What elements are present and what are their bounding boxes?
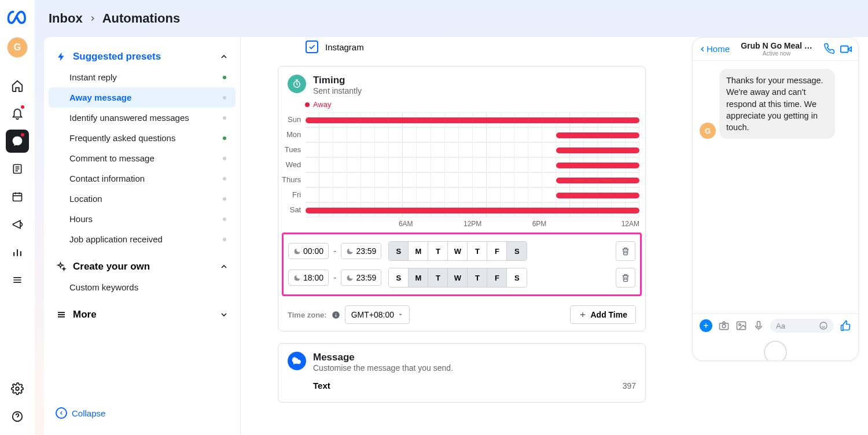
timezone-select[interactable]: GMT+08:00	[345, 305, 410, 324]
sidebar-item[interactable]: Location	[49, 189, 236, 209]
breadcrumb-inbox[interactable]: Inbox	[49, 11, 83, 26]
message-input[interactable]: Aa	[770, 319, 834, 333]
plus-icon[interactable]: +	[700, 319, 712, 332]
info-icon[interactable]	[332, 311, 340, 319]
account-avatar[interactable]: G	[7, 37, 28, 58]
moon-icon	[346, 248, 354, 255]
time-field[interactable]: 23:59	[341, 270, 381, 286]
sidebar-item[interactable]: Away message	[49, 87, 236, 108]
schedule-row	[306, 172, 639, 187]
dow-toggle[interactable]: T	[428, 242, 448, 260]
dow-toggle[interactable]: T	[468, 268, 487, 287]
sidebar-item-label: Custom keywords	[69, 282, 138, 292]
svg-rect-7	[841, 46, 848, 52]
time-rules-highlight: 00:00-23:59SMTWTFS18:00-23:59SMTWTFS	[282, 233, 642, 296]
schedule-row	[306, 157, 639, 172]
timezone-value: GMT+08:00	[351, 310, 394, 319]
suggested-presets-label: Suggested presets	[73, 51, 161, 62]
section-create-your-own[interactable]: Create your own	[49, 256, 236, 277]
preview-subtitle: Active now	[733, 50, 820, 57]
mic-icon[interactable]	[753, 320, 764, 331]
preview-back-button[interactable]: Home	[698, 44, 730, 54]
camera-icon[interactable]	[718, 320, 730, 331]
collapse-icon	[56, 407, 67, 419]
sidebar-item[interactable]: Hours	[49, 209, 236, 229]
phone-call-icon[interactable]	[823, 43, 835, 56]
chevron-right-icon	[89, 14, 97, 23]
checkbox-checked[interactable]	[306, 40, 318, 53]
sidebar-item-custom-keywords[interactable]: Custom keywords	[49, 277, 236, 297]
sidebar-item[interactable]: Frequently asked questions	[49, 128, 236, 148]
meta-logo[interactable]	[7, 7, 28, 28]
status-dot	[223, 116, 226, 120]
schedule-row	[306, 202, 639, 218]
svg-point-11	[739, 324, 741, 326]
preview-message-bubble: Thanks for your message. We're away and …	[719, 69, 835, 139]
gallery-icon[interactable]	[735, 320, 747, 331]
timezone-label: Time zone:	[288, 311, 327, 319]
time-field[interactable]: 00:00	[288, 243, 329, 259]
rail-insights-icon[interactable]	[6, 241, 29, 264]
dow-toggle[interactable]: F	[487, 242, 507, 260]
video-call-icon[interactable]	[840, 43, 852, 56]
moon-icon	[346, 274, 354, 282]
sidebar-item-label: Frequently asked questions	[69, 133, 175, 143]
sidebar-item[interactable]: Comment to message	[49, 148, 236, 168]
home-indicator	[764, 341, 787, 361]
add-time-button[interactable]: Add Time	[570, 305, 636, 324]
rail-menu-icon[interactable]	[6, 268, 29, 292]
dow-toggle[interactable]: F	[487, 268, 507, 287]
sidebar-item[interactable]: Job application received	[49, 229, 236, 249]
dow-toggle[interactable]: T	[468, 242, 487, 260]
collapse-button[interactable]: Collapse	[49, 400, 236, 426]
add-time-label: Add Time	[590, 310, 627, 319]
sparkle-icon	[56, 261, 67, 272]
dow-toggle[interactable]: W	[448, 242, 468, 260]
rail-settings-icon[interactable]	[6, 377, 29, 400]
day-label: Wed	[282, 157, 301, 172]
day-label: Fri	[282, 187, 301, 202]
section-suggested-presets[interactable]: Suggested presets	[49, 46, 236, 67]
placeholder-text: Aa	[776, 322, 785, 330]
trash-icon[interactable]	[616, 241, 635, 261]
channel-label: Instagram	[325, 42, 364, 52]
rail-calendar-icon[interactable]	[6, 185, 29, 208]
sidebar-item[interactable]: Identify unanswered messages	[49, 108, 236, 128]
sidebar-item[interactable]: Instant reply	[49, 67, 236, 87]
away-bar	[556, 193, 639, 198]
dow-toggle[interactable]: S	[389, 268, 409, 287]
rail-ads-icon[interactable]	[6, 213, 29, 236]
rail-posts-icon[interactable]	[6, 157, 29, 180]
trash-icon[interactable]	[616, 268, 635, 287]
section-more[interactable]: More	[49, 304, 236, 325]
status-dot	[223, 157, 226, 160]
dash: -	[332, 272, 337, 283]
away-bar	[556, 163, 639, 168]
dow-toggle[interactable]: M	[409, 242, 428, 260]
rail-home-icon[interactable]	[6, 74, 29, 97]
rail-help-icon[interactable]	[6, 405, 29, 428]
time-value: 23:59	[356, 246, 376, 256]
emoji-icon[interactable]	[819, 321, 828, 330]
dow-toggle[interactable]: S	[389, 242, 409, 260]
status-dot	[223, 197, 226, 201]
rail-notifications-icon[interactable]	[6, 102, 29, 125]
time-field[interactable]: 23:59	[341, 243, 381, 259]
moon-icon	[293, 274, 301, 282]
dow-toggle[interactable]: S	[507, 242, 527, 260]
status-dot	[223, 137, 226, 140]
dow-toggle[interactable]: M	[409, 268, 428, 287]
dow-toggle[interactable]: S	[507, 268, 527, 287]
like-icon[interactable]	[840, 320, 851, 331]
rail-inbox-icon[interactable]	[6, 130, 29, 153]
sidebar-item[interactable]: Contact information	[49, 168, 236, 189]
away-bar	[556, 148, 639, 153]
dow-toggle[interactable]: W	[448, 268, 468, 287]
time-value: 00:00	[303, 246, 323, 256]
dow-toggle[interactable]: T	[428, 268, 448, 287]
preview-home-label: Home	[707, 44, 730, 54]
tick-label: 12PM	[439, 220, 506, 228]
sidebar-item-label: Job application received	[69, 234, 163, 244]
time-field[interactable]: 18:00	[288, 270, 329, 286]
svg-point-13	[820, 322, 827, 329]
